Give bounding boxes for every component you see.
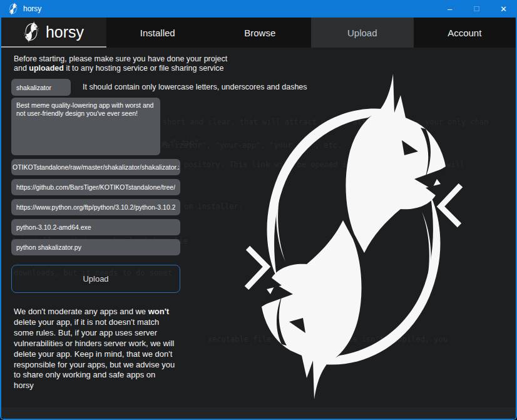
- tab-account[interactable]: Account: [414, 18, 516, 48]
- app-name-input[interactable]: [11, 79, 71, 96]
- minimize-button[interactable]: –: [436, 0, 463, 18]
- intro-line2-suffix: it to any hosting service or file sharin…: [64, 64, 224, 73]
- tab-browse[interactable]: Browse: [209, 18, 312, 48]
- window-title: horsy: [23, 4, 41, 13]
- nav-bar: horsy Installed Browse Upload Account: [1, 18, 516, 48]
- tab-upload[interactable]: Upload: [311, 18, 414, 48]
- disclaimer-part1: We don't moderate any apps and we: [14, 307, 148, 316]
- maximize-button[interactable]: ☐: [463, 0, 490, 18]
- upload-page: xecutable file name. If your file isn't …: [1, 48, 516, 419]
- disclaimer-wont-bold: won't: [148, 307, 169, 316]
- description-textarea[interactable]: Best meme quality-lowering app with wors…: [11, 98, 160, 155]
- interpreter-link-input[interactable]: [11, 199, 180, 215]
- horsy-logo-icon: [24, 20, 39, 44]
- zip-link-input[interactable]: [11, 159, 180, 175]
- window-titlebar[interactable]: horsy – ☐ ✕: [0, 0, 517, 18]
- brand-home-button[interactable]: horsy: [1, 18, 106, 48]
- horsy-logo-large: [244, 61, 463, 412]
- installer-name-input[interactable]: [11, 219, 180, 235]
- app-window: horsy – ☐ ✕ horsy Installed Browse Uploa…: [0, 0, 517, 420]
- repo-link-input[interactable]: [11, 179, 180, 195]
- disclaimer-part2: delete your app, if it is not doesn't ma…: [14, 317, 175, 390]
- close-button[interactable]: ✕: [490, 0, 517, 18]
- app-name-hint: It should contain only lowercase letters…: [83, 83, 307, 91]
- intro-line1: Before starting, please make sure you ha…: [14, 54, 227, 63]
- upload-button[interactable]: Upload: [11, 265, 180, 293]
- intro-uploaded-bold: uploaded: [29, 64, 64, 73]
- brand-title: horsy: [46, 23, 84, 41]
- upload-intro-text: Before starting, please make sure you ha…: [14, 54, 227, 73]
- tab-installed[interactable]: Installed: [106, 18, 209, 48]
- faint-hint-text: om installer.: [184, 202, 243, 211]
- run-command-input[interactable]: [11, 239, 180, 255]
- horsy-logo-icon: [9, 2, 18, 16]
- moderation-disclaimer: We don't moderate any apps and we won't …: [14, 307, 177, 391]
- intro-line2-prefix: and: [14, 64, 29, 73]
